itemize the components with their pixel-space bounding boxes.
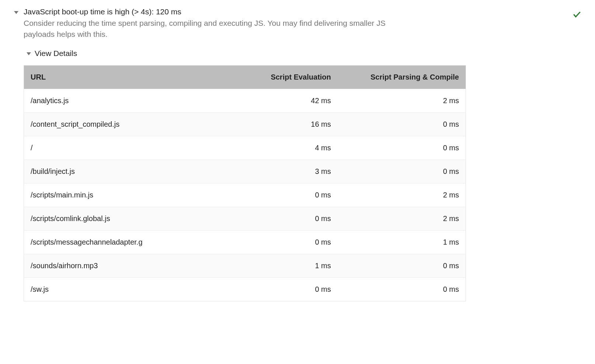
- cell-parse: 1 ms: [338, 230, 466, 254]
- table-row: /scripts/messagechanneladapter.g0 ms1 ms: [24, 230, 466, 254]
- view-details-label: View Details: [35, 49, 77, 57]
- cell-parse: 2 ms: [338, 89, 466, 112]
- audit-description: Consider reducing the time spent parsing…: [24, 18, 414, 40]
- audit-details: View Details URL Script Evaluation Scrip…: [11, 49, 584, 301]
- table-row: /sounds/airhorn.mp31 ms0 ms: [24, 254, 466, 277]
- cell-url: /analytics.js: [24, 89, 236, 112]
- cell-url: /content_script_compiled.js: [24, 112, 236, 136]
- cell-url: /scripts/comlink.global.js: [24, 207, 236, 230]
- table-row: /scripts/comlink.global.js0 ms2 ms: [24, 207, 466, 230]
- cell-eval: 0 ms: [236, 183, 338, 207]
- cell-parse: 0 ms: [338, 277, 466, 301]
- cell-parse: 0 ms: [338, 254, 466, 277]
- audit-title: JavaScript boot-up time is high (> 4s): …: [24, 7, 181, 16]
- table-row: /content_script_compiled.js16 ms0 ms: [24, 112, 466, 136]
- cell-parse: 2 ms: [338, 207, 466, 230]
- col-header-eval: Script Evaluation: [236, 65, 338, 89]
- cell-parse: 0 ms: [338, 160, 466, 183]
- table-row: /analytics.js42 ms2 ms: [24, 89, 466, 112]
- audit-header[interactable]: JavaScript boot-up time is high (> 4s): …: [11, 7, 584, 40]
- cell-eval: 1 ms: [236, 254, 338, 277]
- view-details-toggle[interactable]: View Details: [24, 49, 584, 58]
- check-icon: [572, 10, 582, 21]
- table-row: /scripts/main.min.js0 ms2 ms: [24, 183, 466, 207]
- cell-parse: 2 ms: [338, 183, 466, 207]
- cell-eval: 4 ms: [236, 136, 338, 160]
- table-row: /build/inject.js3 ms0 ms: [24, 160, 466, 183]
- cell-url: /sounds/airhorn.mp3: [24, 254, 236, 277]
- bootup-time-table: URL Script Evaluation Script Parsing & C…: [24, 65, 466, 301]
- cell-eval: 0 ms: [236, 230, 338, 254]
- cell-eval: 42 ms: [236, 89, 338, 112]
- cell-url: /build/inject.js: [24, 160, 236, 183]
- cell-url: /: [24, 136, 236, 160]
- chevron-down-icon: [27, 52, 31, 55]
- cell-eval: 3 ms: [236, 160, 338, 183]
- table-row: /sw.js0 ms0 ms: [24, 277, 466, 301]
- table-header-row: URL Script Evaluation Script Parsing & C…: [24, 65, 466, 89]
- audit-item: JavaScript boot-up time is high (> 4s): …: [11, 7, 584, 301]
- cell-eval: 0 ms: [236, 207, 338, 230]
- chevron-down-icon: [14, 11, 18, 14]
- cell-url: /sw.js: [24, 277, 236, 301]
- table-row: /4 ms0 ms: [24, 136, 466, 160]
- cell-eval: 0 ms: [236, 277, 338, 301]
- cell-eval: 16 ms: [236, 112, 338, 136]
- cell-url: /scripts/main.min.js: [24, 183, 236, 207]
- cell-parse: 0 ms: [338, 112, 466, 136]
- cell-url: /scripts/messagechanneladapter.g: [24, 230, 236, 254]
- col-header-url: URL: [24, 65, 236, 89]
- col-header-parse: Script Parsing & Compile: [338, 65, 466, 89]
- cell-parse: 0 ms: [338, 136, 466, 160]
